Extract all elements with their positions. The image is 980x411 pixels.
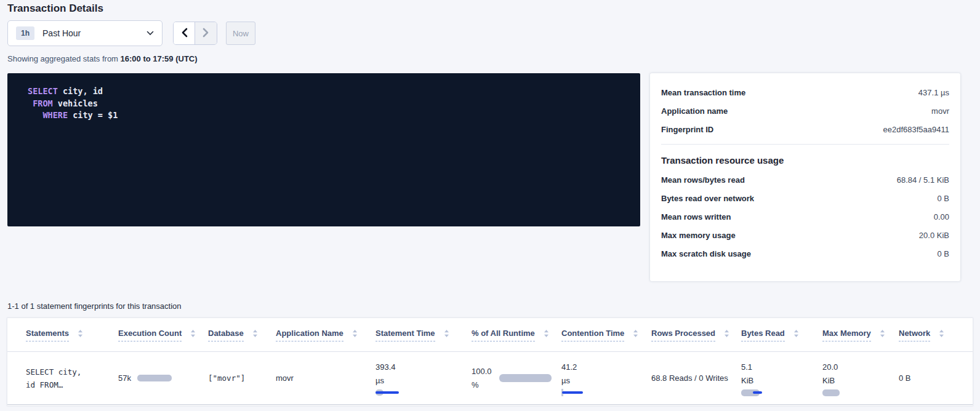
divider (661, 144, 949, 145)
sort-icon[interactable] (252, 329, 258, 338)
summary-row: Fingerprint ID ee2df683f5aa9411 (661, 120, 949, 138)
previous-interval-button[interactable] (174, 22, 195, 44)
column-header-rows-processed[interactable]: Rows Processed (651, 329, 741, 341)
summary-row: Max memory usage 20.0 KiB (661, 226, 949, 244)
summary-row: Bytes read over network 0 B (661, 189, 949, 207)
chevron-left-icon (181, 28, 188, 39)
chevron-down-icon (147, 31, 154, 36)
time-controls: 1h Past Hour Now (7, 20, 255, 46)
application-name-value: movr (931, 106, 949, 116)
time-range-label: Past Hour (42, 28, 81, 38)
stats-time-range: 16:00 to 17:59 (UTC) (121, 54, 198, 63)
statement-time-bar (376, 389, 401, 396)
contention-time-bar (561, 389, 586, 396)
now-button[interactable]: Now (226, 22, 255, 45)
sql-statement-box: SELECT city, id FROM vehicles WHERE city… (7, 73, 640, 226)
sort-icon[interactable] (352, 329, 358, 338)
summary-row: Mean transaction time 437.1 µs (661, 83, 949, 102)
summary-row: Mean rows/bytes read 68.84 / 5.1 KiB (661, 170, 949, 189)
column-header-runtime-percent[interactable]: % of All Runtime (472, 329, 561, 341)
sort-icon[interactable] (190, 329, 196, 338)
sort-icon[interactable] (793, 329, 799, 338)
column-header-execution-count[interactable]: Execution Count (118, 329, 208, 341)
sort-icon[interactable] (78, 329, 83, 338)
mean-transaction-time-value: 437.1 µs (918, 88, 949, 97)
sort-icon[interactable] (544, 329, 549, 338)
runtime-percent-bar (499, 374, 552, 382)
summary-row: Mean rows written 0.00 (661, 207, 949, 226)
mean-rows-bytes-read-value: 68.84 / 5.1 KiB (897, 175, 949, 185)
runtime-percent-cell: 100.0 % (472, 365, 561, 392)
summary-row: Max scratch disk usage 0 B (661, 244, 949, 263)
aggregated-stats-line: Showing aggregated stats from 16:00 to 1… (7, 54, 198, 63)
chevron-right-icon (203, 28, 209, 39)
summary-row: Application name movr (661, 102, 949, 120)
database-cell: ["movr"] (208, 373, 276, 383)
bytes-read-over-network-value: 0 B (937, 194, 949, 203)
max-memory-cell: 20.0 KiB (822, 361, 899, 396)
bytes-read-bar (741, 389, 766, 396)
column-header-database[interactable]: Database (208, 329, 276, 341)
sort-icon[interactable] (633, 329, 638, 338)
max-scratch-disk-usage-value: 0 B (937, 249, 949, 258)
table-header-row: Statements Execution Count Database Appl… (7, 318, 973, 352)
sql-code: SELECT city, id FROM vehicles WHERE city… (28, 86, 640, 122)
column-header-max-memory[interactable]: Max Memory (822, 329, 899, 341)
execution-count-cell: 57k (118, 373, 208, 383)
column-header-application-name[interactable]: Application Name (276, 329, 376, 341)
statement-fingerprint-link[interactable]: SELECT city, id FROM… (26, 365, 118, 391)
rows-processed-cell: 68.8 Reads / 0 Writes (651, 373, 741, 383)
statement-time-cell: 393.4 µs (376, 361, 472, 396)
network-cell: 0 B (899, 373, 973, 383)
column-header-network[interactable]: Network (899, 329, 973, 341)
fingerprint-id-value: ee2df683f5aa9411 (883, 125, 949, 134)
time-range-badge: 1h (16, 26, 34, 40)
sort-icon[interactable] (880, 329, 885, 338)
sort-icon[interactable] (724, 329, 729, 338)
max-memory-bar (822, 389, 847, 396)
column-header-statement-time[interactable]: Statement Time (376, 329, 472, 341)
table-row: SELECT city, id FROM… 57k ["movr"] movr … (7, 352, 973, 405)
statement-fingerprints-count: 1-1 of 1 statement fingerprints for this… (7, 301, 182, 311)
column-header-statements[interactable]: Statements (26, 329, 118, 341)
mean-rows-written-value: 0.00 (934, 212, 949, 221)
application-name-cell: movr (276, 373, 376, 383)
column-header-contention-time[interactable]: Contention Time (561, 329, 651, 341)
time-range-select[interactable]: 1h Past Hour (7, 20, 163, 46)
next-interval-button[interactable] (195, 22, 217, 44)
max-memory-usage-value: 20.0 KiB (919, 231, 949, 240)
sort-icon[interactable] (939, 329, 944, 338)
column-header-bytes-read[interactable]: Bytes Read (741, 329, 822, 341)
resource-usage-heading: Transaction resource usage (661, 150, 949, 170)
execution-count-bar (137, 375, 172, 381)
contention-time-cell: 41.2 µs (561, 361, 651, 396)
bytes-read-cell: 5.1 KiB (741, 361, 822, 396)
sort-icon[interactable] (444, 329, 449, 338)
transaction-summary-panel: Mean transaction time 437.1 µs Applicati… (650, 73, 960, 281)
time-step-group (173, 22, 217, 45)
page-title: Transaction Details (7, 2, 103, 15)
statements-table: Statements Execution Count Database Appl… (7, 318, 973, 405)
